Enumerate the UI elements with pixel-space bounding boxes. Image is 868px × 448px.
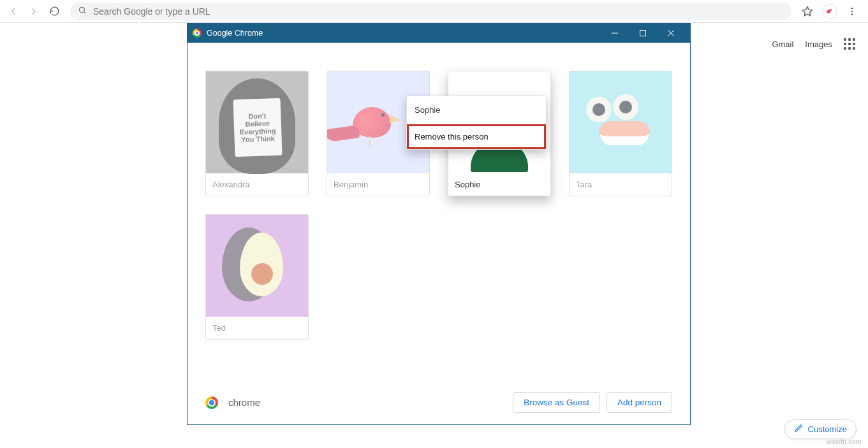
forward-button[interactable] bbox=[24, 2, 43, 21]
thumb-text: Don't bbox=[248, 112, 266, 120]
new-tab-page: Gmail Images Google Chrome bbox=[0, 23, 868, 448]
profile-card-alexandra[interactable]: Don't Believe Everything You Think Alexa… bbox=[205, 71, 309, 196]
svg-point-4 bbox=[851, 10, 853, 12]
apps-grid-icon[interactable] bbox=[844, 38, 855, 50]
customize-button[interactable]: Customize bbox=[784, 419, 857, 439]
profile-name: Sophie bbox=[448, 173, 550, 196]
window-maximize-button[interactable] bbox=[629, 24, 657, 43]
gmail-link[interactable]: Gmail bbox=[772, 40, 793, 49]
svg-point-3 bbox=[851, 8, 853, 10]
profile-chooser-dialog: Google Chrome D bbox=[187, 23, 691, 425]
bookmark-star-icon[interactable] bbox=[798, 2, 817, 21]
omnibox-input[interactable] bbox=[93, 6, 784, 17]
chrome-logo-icon bbox=[193, 29, 202, 38]
dialog-titlebar: Google Chrome bbox=[188, 24, 690, 43]
svg-point-5 bbox=[851, 13, 853, 15]
customize-label: Customize bbox=[808, 424, 847, 434]
browse-as-guest-button[interactable]: Browse as Guest bbox=[513, 392, 600, 413]
browser-toolbar bbox=[0, 0, 868, 23]
window-close-button[interactable] bbox=[657, 24, 685, 43]
watermark-text: wsxdn.com bbox=[827, 438, 862, 445]
remove-person-menu-item[interactable]: Remove this person bbox=[407, 124, 546, 149]
search-icon bbox=[78, 6, 87, 17]
dialog-footer: chrome Browse as Guest Add person bbox=[205, 392, 672, 413]
profile-name: Ted bbox=[206, 317, 308, 339]
profile-name: Benjamin bbox=[327, 173, 429, 196]
context-menu-title: Sophie bbox=[407, 96, 546, 124]
profile-name: Tara bbox=[570, 173, 672, 196]
chrome-logo-icon bbox=[205, 396, 218, 409]
omnibox[interactable] bbox=[70, 3, 791, 20]
svg-marker-2 bbox=[803, 6, 813, 15]
images-link[interactable]: Images bbox=[805, 40, 832, 49]
profile-card-tara[interactable]: Tara bbox=[569, 71, 672, 196]
reload-button[interactable] bbox=[45, 2, 64, 21]
chrome-brand: chrome bbox=[205, 396, 260, 409]
thumb-text: You Think bbox=[241, 134, 275, 143]
profile-card-ted[interactable]: Ted bbox=[205, 214, 309, 340]
top-links: Gmail Images bbox=[772, 38, 855, 50]
svg-rect-7 bbox=[640, 31, 646, 36]
profile-context-menu: Sophie Remove this person bbox=[406, 96, 547, 150]
svg-point-0 bbox=[79, 7, 84, 12]
kebab-menu-icon[interactable] bbox=[842, 2, 862, 21]
brand-label: chrome bbox=[228, 397, 260, 408]
profile-avatar-button[interactable] bbox=[822, 4, 837, 19]
back-button[interactable] bbox=[4, 2, 23, 21]
profile-thumb bbox=[570, 71, 672, 173]
profile-name: Alexandra bbox=[206, 173, 308, 196]
profile-thumb: Don't Believe Everything You Think bbox=[206, 71, 308, 173]
add-person-button[interactable]: Add person bbox=[607, 392, 672, 413]
svg-line-1 bbox=[84, 12, 86, 14]
dialog-title: Google Chrome bbox=[207, 29, 263, 38]
pencil-icon bbox=[794, 424, 803, 435]
window-minimize-button[interactable] bbox=[601, 24, 629, 43]
profile-thumb bbox=[206, 215, 308, 317]
